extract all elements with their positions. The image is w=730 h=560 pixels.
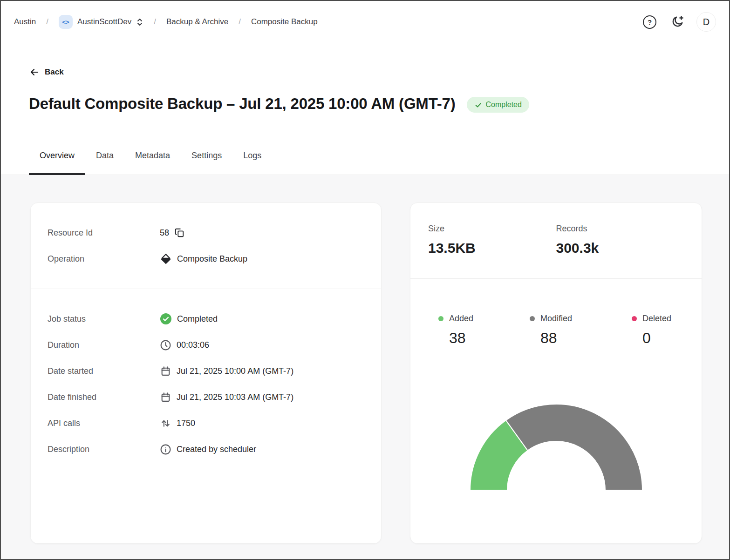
legend-modified: Modified 88 bbox=[530, 313, 632, 348]
back-button[interactable]: Back bbox=[29, 66, 64, 78]
operation-value: Composite Backup bbox=[177, 254, 247, 264]
dark-mode-button[interactable] bbox=[670, 15, 684, 29]
topbar-actions: ? D bbox=[643, 12, 716, 32]
detail-row-date-started: Date started Jul 21, 2025 10:00 AM (GMT-… bbox=[48, 364, 364, 378]
detail-row-resource-id: Resource Id 58 bbox=[48, 226, 364, 239]
gauge-legend: Added 38 Modified 88 Deleted bbox=[410, 313, 702, 348]
detail-row-api-calls: API calls 1750 bbox=[48, 417, 364, 430]
added-dot-icon bbox=[438, 316, 443, 321]
date-finished-label: Date finished bbox=[48, 392, 160, 402]
legend-added: Added 38 bbox=[438, 313, 530, 348]
deleted-dot-icon bbox=[632, 316, 637, 321]
arrows-up-down-icon bbox=[160, 418, 171, 429]
breadcrumb-item-root[interactable]: Austin bbox=[14, 17, 36, 27]
stats-summary: Size 13.5KB Records 300.3k bbox=[410, 203, 702, 279]
help-button[interactable]: ? bbox=[643, 15, 656, 29]
breadcrumb-separator: / bbox=[154, 17, 156, 27]
details-main-section: Job status Completed Duration bbox=[31, 289, 381, 479]
detail-row-description: Description Created by scheduler bbox=[48, 443, 364, 456]
job-status-value: Completed bbox=[177, 314, 218, 324]
status-badge: Completed bbox=[467, 97, 529, 113]
gauge-container bbox=[410, 402, 702, 492]
tab-bar: Overview Data Metadata Settings Logs bbox=[29, 144, 701, 175]
status-badge-label: Completed bbox=[486, 101, 522, 109]
tab-logs[interactable]: Logs bbox=[232, 144, 272, 175]
stat-records: Records 300.3k bbox=[556, 223, 684, 257]
detail-row-job-status: Job status Completed bbox=[48, 312, 364, 325]
detail-row-duration: Duration 00:03:06 bbox=[48, 338, 364, 351]
user-avatar[interactable]: D bbox=[696, 12, 716, 32]
topbar: Austin / <> AustinScottDev / Backup & Ar… bbox=[1, 1, 729, 43]
calendar-icon bbox=[160, 391, 171, 403]
records-gauge bbox=[468, 402, 645, 492]
duration-label: Duration bbox=[48, 340, 160, 350]
page-title: Default Composite Backup – Jul 21, 2025 … bbox=[29, 94, 456, 114]
calendar-icon bbox=[160, 365, 171, 377]
main-content: Resource Id 58 Operation bbox=[1, 175, 729, 560]
deleted-label: Deleted bbox=[642, 314, 671, 324]
app-window: Austin / <> AustinScottDev / Backup & Ar… bbox=[0, 0, 730, 560]
tab-settings[interactable]: Settings bbox=[181, 144, 232, 175]
added-value: 38 bbox=[438, 328, 530, 348]
breadcrumb-separator: / bbox=[239, 17, 241, 27]
api-calls-label: API calls bbox=[48, 418, 160, 428]
tab-data[interactable]: Data bbox=[85, 144, 124, 175]
records-label: Records bbox=[556, 223, 684, 234]
description-label: Description bbox=[48, 445, 160, 454]
date-started-value: Jul 21, 2025 10:00 AM (GMT-7) bbox=[177, 366, 293, 376]
clock-icon bbox=[160, 339, 171, 351]
date-finished-value: Jul 21, 2025 10:03 AM (GMT-7) bbox=[177, 392, 293, 402]
breadcrumb: Austin / <> AustinScottDev / Backup & Ar… bbox=[14, 15, 318, 29]
help-icon: ? bbox=[643, 15, 656, 29]
breadcrumb-item-org: AustinScottDev bbox=[77, 17, 131, 27]
arrow-left-icon bbox=[29, 67, 40, 78]
breadcrumb-item-current: Composite Backup bbox=[251, 17, 318, 27]
details-card: Resource Id 58 Operation bbox=[30, 202, 382, 544]
title-row: Default Composite Backup – Jul 21, 2025 … bbox=[29, 94, 701, 114]
operation-label: Operation bbox=[48, 254, 160, 264]
api-calls-value: 1750 bbox=[177, 418, 195, 428]
detail-row-date-finished: Date finished Jul 21, 2025 10:03 AM (GMT… bbox=[48, 391, 364, 404]
date-started-label: Date started bbox=[48, 366, 160, 376]
stat-size: Size 13.5KB bbox=[428, 223, 556, 257]
check-circle-icon bbox=[160, 313, 172, 325]
chevron-up-down-icon bbox=[136, 17, 143, 27]
modified-value: 88 bbox=[530, 328, 632, 348]
check-icon bbox=[474, 101, 482, 109]
modified-label: Modified bbox=[540, 314, 572, 324]
stats-card: Size 13.5KB Records 300.3k Added 38 bbox=[410, 202, 702, 544]
breadcrumb-item-section[interactable]: Backup & Archive bbox=[166, 17, 228, 27]
deleted-value: 0 bbox=[632, 328, 702, 348]
copy-icon[interactable] bbox=[174, 228, 184, 238]
records-value: 300.3k bbox=[556, 239, 684, 257]
tab-overview[interactable]: Overview bbox=[29, 144, 85, 175]
job-status-label: Job status bbox=[48, 314, 160, 324]
detail-row-operation: Operation Composite Backup bbox=[48, 252, 364, 265]
resource-id-label: Resource Id bbox=[48, 228, 160, 238]
details-top-section: Resource Id 58 Operation bbox=[31, 203, 381, 289]
moon-plus-icon bbox=[670, 15, 684, 29]
info-icon bbox=[160, 444, 171, 455]
breadcrumb-separator: / bbox=[46, 17, 48, 27]
added-label: Added bbox=[449, 314, 473, 324]
legend-deleted: Deleted 0 bbox=[632, 313, 702, 348]
page-header: Back Default Composite Backup – Jul 21, … bbox=[1, 43, 729, 175]
tab-metadata[interactable]: Metadata bbox=[124, 144, 181, 175]
size-label: Size bbox=[428, 223, 556, 234]
org-selector[interactable]: <> AustinScottDev bbox=[59, 15, 143, 29]
size-value: 13.5KB bbox=[428, 239, 556, 257]
modified-dot-icon bbox=[530, 316, 535, 321]
description-value: Created by scheduler bbox=[177, 445, 256, 454]
duration-value: 00:03:06 bbox=[177, 340, 209, 350]
code-icon: <> bbox=[59, 15, 73, 29]
back-label: Back bbox=[45, 67, 64, 77]
composite-diamond-icon bbox=[160, 253, 172, 265]
resource-id-value: 58 bbox=[160, 228, 169, 238]
